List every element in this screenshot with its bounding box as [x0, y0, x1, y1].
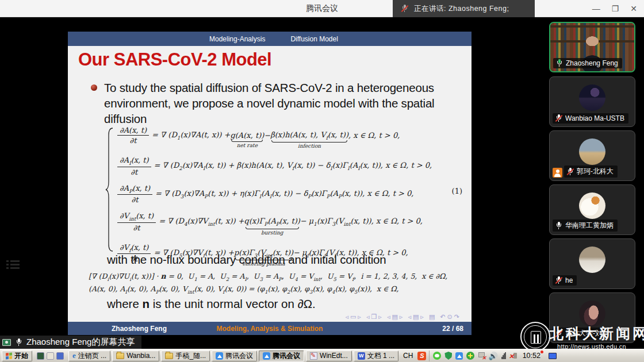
beamer-navigation-icons[interactable]: ◃▭▹ ◃❒▹ ◃▤▹ ◃▤▹ ▤ ↶⊙↷ — [345, 313, 461, 321]
start-button[interactable]: 开始 — [2, 351, 32, 361]
conditions-intro: with the no-flux boundary condition and … — [107, 253, 386, 267]
taskbar-button-ie[interactable]: e 注销页 ... — [68, 351, 110, 361]
meeting-tray-icon[interactable] — [455, 352, 463, 360]
participant-tile[interactable]: 郭珂-北科大 — [549, 130, 635, 181]
mic-muted-icon — [555, 114, 562, 122]
slide-title: Our SARS-CoV-2 Model — [78, 49, 271, 70]
app-icon[interactable] — [56, 352, 64, 360]
sogou-icon[interactable]: S — [417, 352, 426, 360]
speaking-label: 正在讲话: Zhaosheng Feng; — [414, 4, 509, 14]
participant-tile[interactable]: 华南理工黄加炳 — [549, 184, 635, 235]
slide-bullet: To study the spatial diffusion of SARS-C… — [91, 80, 458, 126]
taskbar-button-folder[interactable]: 手稿_随... — [161, 351, 210, 361]
slide-nav-tab: Diffusion Model — [290, 35, 338, 43]
notepad-icon[interactable] — [47, 352, 54, 360]
device-error-icon[interactable] — [509, 352, 517, 360]
participant-list-toggle-icon[interactable] — [6, 259, 21, 272]
taskbar-button-label: 手稿_随... — [175, 351, 206, 361]
app-title: 腾讯会议 — [0, 3, 644, 14]
antivirus-icon[interactable] — [466, 352, 474, 360]
frac-numerator: ∂AI(x, t) — [117, 156, 151, 167]
taskbar-button-meeting-active[interactable]: 腾讯会议 — [259, 351, 304, 361]
equation-row: ∂A(x, t)∂t = ∇ (D1(x)∇A(t, x)) + g(A(x, … — [117, 126, 432, 145]
volume-icon[interactable]: 🔊 — [488, 352, 497, 360]
taskbar: 开始 e 注销页 ... Wanbia... 手稿_随... 腾讯会议 腾讯会议 — [0, 349, 644, 362]
frac-denominator: ∂t — [131, 167, 137, 176]
watermark-title: 北科大新闻网 — [549, 324, 641, 343]
shared-slide: Modeling-Analysis Diffusion Model Our SA… — [68, 32, 471, 335]
initial-condition: (A(x, 0), AI(x, 0), AP(x, 0), Vint(x, 0)… — [89, 284, 399, 295]
name-bar: Wanbiao Ma-USTB — [553, 113, 628, 124]
windows-logo-icon — [6, 352, 12, 359]
window-titlebar: 腾讯会议 正在讲话: Zhaosheng Feng; — ❐ ✕ — [0, 0, 644, 17]
equation-row: ∂AI(x, t)∂t = ∇ (D2(x)∇AI(x, t)) + β(x)h… — [117, 156, 432, 176]
taskbar-button-label: WinEdt... — [320, 352, 348, 360]
eq-term: = ∇ (D2(x)∇AI(x, t)) + β(x)h(A(x, t), Vf… — [154, 161, 432, 171]
meeting-icon — [216, 352, 223, 360]
frac-denominator: ∂t — [130, 136, 137, 145]
eq-term: − μ1(x)Γ3(Vint(x, t)), x ∈ Ω, t > 0, — [300, 217, 423, 227]
taskbar-button-meeting[interactable]: 腾讯会议 — [212, 351, 257, 361]
eq-term: = ∇ (D3(x)∇AP(t, x)) + η(x)ΓI(AI(x, t)) … — [155, 189, 413, 199]
shield-icon[interactable] — [444, 352, 452, 360]
frac-numerator: ∂A(x, t) — [117, 126, 149, 136]
participant-tile[interactable]: Wanbiao Ma-USTB — [549, 76, 635, 127]
bullet-icon — [91, 84, 97, 91]
share-banner-label: Zhaosheng Feng的屏幕共享 — [26, 337, 135, 348]
taskbar-button-folder[interactable]: Wanbia... — [112, 351, 159, 361]
participant-name: 郭珂-北科大 — [577, 167, 614, 176]
slide-footer: Zhaosheng Feng Modeling, Analysis & Simu… — [68, 322, 471, 335]
screen-share-icon — [2, 339, 11, 346]
quick-launch — [34, 352, 67, 360]
mic-on-icon — [555, 59, 563, 67]
participant-tile[interactable]: Zhaosheng Feng — [549, 22, 635, 72]
wechat-icon[interactable] — [433, 352, 441, 360]
participant-name: 华南理工黄加炳 — [565, 221, 614, 230]
start-label: 开始 — [14, 351, 28, 361]
show-desktop-icon[interactable] — [37, 352, 44, 360]
participant-tile[interactable]: he — [549, 238, 635, 289]
boundary-condition: [∇ (Di(x)∇Ui(t, x))] · n = 0, U1 = A, U2… — [89, 272, 447, 282]
folder-icon — [165, 353, 173, 359]
tray-clock[interactable]: 10:52 — [520, 352, 543, 360]
screen-share-banner: Zhaosheng Feng的屏幕共享 — [0, 336, 141, 349]
avatar — [579, 301, 605, 327]
participant-name: Wanbiao Ma-USTB — [565, 114, 624, 122]
eq-term-underbraced: g(A(x, t))net rate — [230, 131, 264, 140]
close-icon[interactable]: ✕ — [630, 5, 637, 13]
equation-row: ∂AP(x, t)∂t = ∇ (D3(x)∇AP(t, x)) + η(x)Γ… — [117, 184, 432, 205]
word-icon: W — [358, 352, 365, 360]
mic-muted-icon — [566, 168, 574, 176]
frac-numerator: ∂AP(x, t) — [117, 184, 152, 195]
taskbar-button-label: Wanbia... — [126, 352, 155, 360]
flag-error-icon[interactable] — [478, 352, 485, 360]
name-bar: 郭珂-北科大 — [564, 165, 618, 178]
closing-line: where n is the unit normal vector on ∂Ω. — [107, 297, 316, 311]
host-badge-icon — [553, 168, 562, 178]
bullet-text: To study the spatial diffusion of SARS-C… — [104, 80, 458, 126]
avatar — [579, 192, 605, 219]
minimize-icon[interactable]: — — [592, 5, 600, 13]
avatar — [579, 247, 605, 273]
eq-term-underbraced: β(x)h(A(x, t), Vf(x, t))infection — [270, 130, 348, 141]
taskbar-button-label: 腾讯会议 — [273, 351, 300, 361]
equation-number: (1) — [452, 187, 462, 195]
taskbar-button-word[interactable]: W 文档 1 ... — [354, 351, 398, 361]
show-desktop-tray-icon[interactable] — [549, 353, 557, 359]
footer-title: Modeling, Analysis & Simulation — [68, 325, 471, 333]
system-tray: 🔊 10:52 — [429, 351, 557, 361]
network-icon[interactable] — [501, 352, 506, 359]
taskbar-button-winedt[interactable]: WinEdt... — [306, 351, 352, 361]
frac-numerator: ∂Vint(x, t) — [117, 211, 156, 223]
frac-denominator: ∂t — [132, 195, 139, 204]
eq-term: = ∇ (D1(x)∇A(t, x)) + — [152, 130, 230, 141]
muted-mic-icon — [401, 5, 408, 13]
name-bar: Zhaosheng Feng — [553, 58, 622, 68]
language-indicator[interactable]: CH — [400, 351, 416, 360]
eq-term: = ∇ (D4(x)∇Vint(t, x)) + — [159, 217, 244, 227]
slide-nav-tab: Modeling-Analysis — [209, 35, 265, 43]
restore-icon[interactable]: ❐ — [612, 5, 619, 13]
meeting-window: 腾讯会议 正在讲话: Zhaosheng Feng; — ❐ ✕ Modelin… — [0, 0, 644, 362]
avatar — [579, 138, 605, 165]
footer-page-number: 22 / 68 — [442, 325, 463, 333]
